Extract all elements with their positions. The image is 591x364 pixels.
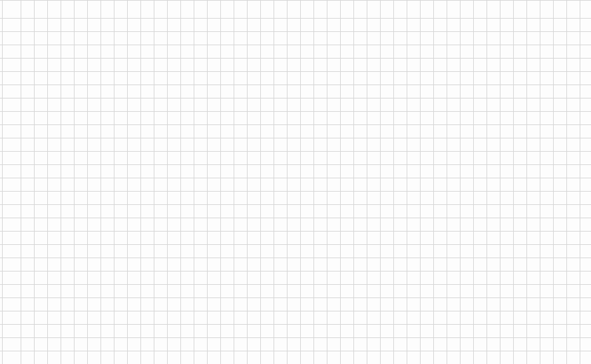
diagram-canvas[interactable]: [0, 0, 591, 364]
